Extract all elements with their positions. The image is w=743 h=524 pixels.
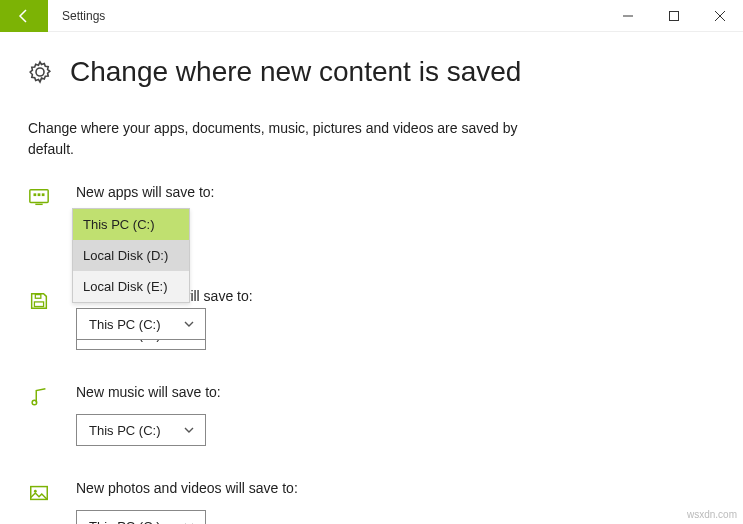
- save-icon: [28, 290, 50, 312]
- setting-music-combo[interactable]: This PC (C:): [76, 414, 206, 446]
- setting-music-body: New music will save to: This PC (C:): [76, 384, 715, 446]
- gear-icon: [28, 60, 52, 84]
- svg-rect-5: [34, 302, 43, 307]
- setting-apps-label: New apps will save to:: [76, 184, 715, 200]
- dropdown-option-e[interactable]: Local Disk (E:): [73, 271, 189, 302]
- apps-icon: [28, 186, 50, 208]
- heading-row: Change where new content is saved: [28, 56, 715, 88]
- dropdown-option-thispc[interactable]: This PC (C:): [73, 209, 189, 240]
- maximize-button[interactable]: [651, 0, 697, 32]
- page-description: Change where your apps, documents, music…: [28, 118, 528, 160]
- combo-value: This PC (C:): [89, 519, 161, 525]
- chevron-down-icon: [183, 424, 195, 436]
- setting-photos-combo[interactable]: This PC (C:): [76, 510, 206, 524]
- photos-icon: [28, 482, 50, 504]
- chevron-down-icon: [183, 520, 195, 524]
- svg-rect-2: [34, 193, 37, 196]
- dropdown-option-d[interactable]: Local Disk (D:): [73, 240, 189, 271]
- setting-music: New music will save to: This PC (C:): [28, 384, 715, 446]
- setting-photos-label: New photos and videos will save to:: [76, 480, 715, 496]
- svg-point-7: [32, 400, 37, 405]
- maximize-icon: [669, 11, 679, 21]
- svg-rect-6: [35, 295, 41, 299]
- svg-rect-0: [670, 11, 679, 20]
- close-button[interactable]: [697, 0, 743, 32]
- setting-music-label: New music will save to:: [76, 384, 715, 400]
- svg-rect-4: [42, 193, 45, 196]
- back-button[interactable]: [0, 0, 48, 32]
- svg-rect-1: [30, 190, 48, 203]
- watermark: wsxdn.com: [687, 509, 737, 520]
- chevron-down-icon: [183, 318, 195, 330]
- minimize-button[interactable]: [605, 0, 651, 32]
- setting-apps-combo[interactable]: This PC (C:): [76, 308, 206, 340]
- minimize-icon: [623, 11, 633, 21]
- combo-value: This PC (C:): [89, 423, 161, 438]
- apps-dropdown[interactable]: This PC (C:) Local Disk (D:) Local Disk …: [72, 208, 190, 303]
- title-bar: Settings: [0, 0, 743, 32]
- close-icon: [715, 11, 725, 21]
- svg-rect-3: [38, 193, 41, 196]
- window-controls: [605, 0, 743, 32]
- music-icon: [28, 386, 50, 408]
- combo-value: This PC (C:): [89, 317, 161, 332]
- setting-photos: New photos and videos will save to: This…: [28, 480, 715, 524]
- window-title: Settings: [62, 9, 605, 23]
- page-heading: Change where new content is saved: [70, 56, 521, 88]
- arrow-left-icon: [16, 8, 32, 24]
- setting-photos-body: New photos and videos will save to: This…: [76, 480, 715, 524]
